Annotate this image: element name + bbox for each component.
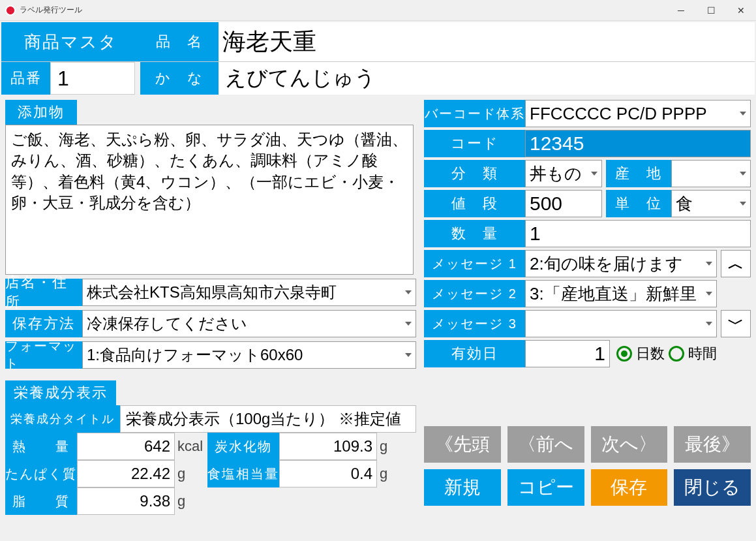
category-select[interactable]: 丼もの <box>525 160 602 187</box>
barcode-system-value: FFCCCCC PC/D PPPP <box>530 104 707 124</box>
label-fat: 脂 質 <box>5 487 77 515</box>
category-value: 丼もの <box>530 162 582 185</box>
chevron-down-icon <box>591 172 597 176</box>
quantity-field[interactable]: 1 <box>525 220 751 247</box>
label-carb: 炭水化物 <box>207 433 279 460</box>
chevron-down-icon <box>740 202 746 206</box>
label-format: フォーマット <box>5 341 82 369</box>
label-nutrition-header: 栄養成分表示 <box>5 380 116 405</box>
label-energy: 熱 量 <box>5 433 77 460</box>
unit-value: 食 <box>676 193 693 215</box>
chevron-down-icon <box>405 322 412 326</box>
label-price: 値 段 <box>424 190 525 217</box>
titlebar: ラベル発行ツール ─ ☐ ✕ <box>0 0 756 21</box>
product-number-field[interactable]: 1 <box>50 62 135 95</box>
tab-product-master[interactable]: 商品マスタ <box>1 22 140 61</box>
message2-value: 3:「産地直送」新鮮里 <box>530 283 697 305</box>
product-name-field[interactable]: 海老天重 <box>219 22 755 61</box>
protein-field[interactable]: 22.42 <box>77 460 175 487</box>
message2-select[interactable]: 3:「産地直送」新鮮里 <box>525 280 717 307</box>
label-product-number: 品番 <box>1 62 50 95</box>
unit-select[interactable]: 食 <box>671 190 751 217</box>
new-button[interactable]: 新規 <box>424 469 501 506</box>
store-value: 株式会社KTS高知県高知市六泉寺町 <box>87 282 337 303</box>
message-up-button[interactable]: ︿ <box>721 250 751 277</box>
close-button[interactable]: 閉じる <box>674 469 751 506</box>
message3-select[interactable] <box>525 310 717 337</box>
label-message3: メッセージ 3 <box>424 310 525 337</box>
copy-button[interactable]: コピー <box>507 469 584 506</box>
chevron-down-icon <box>740 112 746 116</box>
barcode-system-select[interactable]: FFCCCCC PC/D PPPP <box>525 100 751 127</box>
save-button[interactable]: 保存 <box>591 469 668 506</box>
label-unit: 単 位 <box>606 190 671 217</box>
carb-unit: g <box>377 433 397 460</box>
window-title: ラベル発行ツール <box>20 5 666 16</box>
additives-textarea[interactable]: ご飯、海老、天ぷら粉、卵、サラダ油、天つゆ（醤油、みりん、酒、砂糖）、たくあん、… <box>5 125 414 275</box>
message1-value: 2:旬の味を届けます <box>530 253 683 275</box>
format-select[interactable]: 1:食品向けフォーマット60x60 <box>82 341 416 369</box>
label-storage: 保存方法 <box>5 310 82 337</box>
close-window-button[interactable]: ✕ <box>726 0 756 21</box>
nutrition-title-field[interactable]: 栄養成分表示（100g当たり） ※推定値 <box>120 405 416 433</box>
protein-unit: g <box>175 460 207 487</box>
valid-days-field[interactable]: 1 <box>525 340 610 367</box>
label-days-option: 日数 <box>636 344 665 363</box>
chevron-down-icon <box>740 172 746 176</box>
label-quantity: 数 量 <box>424 220 525 247</box>
format-value: 1:食品向けフォーマット60x60 <box>87 345 303 365</box>
code-field[interactable]: 12345 <box>525 130 751 157</box>
chevron-down-icon <box>706 262 712 266</box>
chevron-down-icon <box>706 292 712 296</box>
kana-field[interactable]: えびてんじゅう <box>219 62 755 95</box>
message-down-button[interactable]: ﹀ <box>721 310 751 337</box>
radio-days[interactable] <box>616 346 632 362</box>
storage-value: 冷凍保存してください <box>87 313 247 334</box>
fat-field[interactable]: 9.38 <box>77 487 175 515</box>
salt-unit: g <box>377 460 397 487</box>
carb-field[interactable]: 109.3 <box>279 433 377 460</box>
radio-hours[interactable] <box>669 346 684 362</box>
maximize-button[interactable]: ☐ <box>696 0 726 21</box>
chevron-down-icon <box>405 290 412 294</box>
last-button[interactable]: 最後》 <box>674 426 751 463</box>
storage-select[interactable]: 冷凍保存してください <box>82 310 416 337</box>
label-code: コード <box>424 130 525 157</box>
chevron-down-icon <box>706 322 712 326</box>
label-protein: たんぱく質 <box>5 460 77 487</box>
label-salt: 食塩相当量 <box>207 460 279 487</box>
store-select[interactable]: 株式会社KTS高知県高知市六泉寺町 <box>82 279 416 306</box>
chevron-down-icon <box>405 353 412 357</box>
message1-select[interactable]: 2:旬の味を届けます <box>525 250 717 277</box>
prev-button[interactable]: 〈前へ <box>507 426 584 463</box>
energy-unit: kcal <box>175 433 207 460</box>
label-origin: 産 地 <box>606 160 671 187</box>
chevron-down-icon: ﹀ <box>728 313 744 334</box>
energy-field[interactable]: 642 <box>77 433 175 460</box>
label-category: 分 類 <box>424 160 525 187</box>
origin-select[interactable] <box>671 160 751 187</box>
label-nutrition-title: 栄養成分タイトル <box>5 405 120 433</box>
app-icon <box>5 5 16 16</box>
fat-unit: g <box>175 487 207 515</box>
label-additives: 添加物 <box>5 100 77 125</box>
next-button[interactable]: 次へ〉 <box>591 426 668 463</box>
price-field[interactable]: 500 <box>525 190 602 217</box>
chevron-up-icon: ︿ <box>728 253 744 274</box>
minimize-button[interactable]: ─ <box>666 0 696 21</box>
label-valid-days: 有効日 <box>424 340 525 367</box>
label-hours-option: 時間 <box>688 344 717 363</box>
label-product-name: 品 名 <box>140 22 219 61</box>
label-store: 店名・住所 <box>5 279 82 306</box>
label-kana: か な <box>140 62 219 95</box>
first-button[interactable]: 《先頭 <box>424 426 501 463</box>
label-message2: メッセージ 2 <box>424 280 525 307</box>
salt-field[interactable]: 0.4 <box>279 460 377 487</box>
label-message1: メッセージ 1 <box>424 250 525 277</box>
label-barcode-system: バーコード体系 <box>424 100 525 127</box>
